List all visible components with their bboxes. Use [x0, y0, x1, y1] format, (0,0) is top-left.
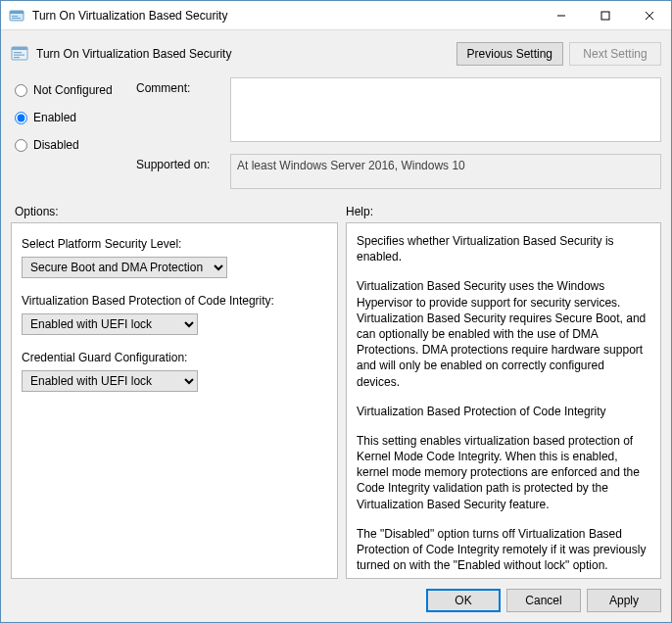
apply-button[interactable]: Apply — [587, 589, 661, 612]
radio-not-configured-label: Not Configured — [33, 83, 113, 97]
window-title: Turn On Virtualization Based Security — [32, 9, 539, 23]
radio-disabled[interactable]: Disabled — [15, 138, 130, 152]
svg-rect-5 — [601, 12, 609, 20]
close-button[interactable] — [627, 1, 671, 30]
radio-disabled-label: Disabled — [33, 138, 79, 152]
radio-disabled-input[interactable] — [15, 139, 27, 152]
help-panel[interactable]: Specifies whether Virtualization Based S… — [346, 222, 661, 579]
svg-rect-2 — [12, 16, 18, 17]
help-paragraph: Specifies whether Virtualization Based S… — [357, 233, 650, 264]
client-area: Turn On Virtualization Based Security Pr… — [1, 30, 671, 622]
platform-security-label: Select Platform Security Level: — [22, 237, 327, 251]
supported-on-text: At least Windows Server 2016, Windows 10 — [230, 154, 661, 189]
radio-enabled[interactable]: Enabled — [15, 111, 130, 124]
minimize-button[interactable] — [539, 1, 583, 30]
cancel-button[interactable]: Cancel — [506, 589, 581, 612]
options-panel: Select Platform Security Level: Secure B… — [11, 222, 338, 579]
ok-button[interactable]: OK — [426, 589, 501, 612]
policy-title: Turn On Virtualization Based Security — [36, 47, 451, 61]
credential-guard-label: Credential Guard Configuration: — [22, 351, 327, 364]
svg-rect-9 — [12, 47, 27, 50]
svg-rect-11 — [14, 55, 24, 56]
svg-rect-10 — [14, 52, 22, 53]
vbpci-select[interactable]: Enabled with UEFI lock — [22, 313, 198, 335]
radio-not-configured[interactable]: Not Configured — [15, 83, 130, 97]
help-paragraph: This setting enables virtualization base… — [357, 433, 650, 512]
svg-rect-3 — [12, 18, 21, 19]
radio-not-configured-input[interactable] — [15, 84, 27, 97]
next-setting-button: Next Setting — [569, 42, 661, 66]
credential-guard-select[interactable]: Enabled with UEFI lock — [22, 370, 198, 392]
comment-textarea[interactable] — [230, 77, 661, 142]
header-row: Turn On Virtualization Based Security Pr… — [1, 30, 671, 70]
svg-rect-12 — [14, 57, 20, 58]
help-paragraph: The "Disabled" option turns off Virtuali… — [357, 526, 650, 574]
options-section-label: Options: — [15, 205, 346, 218]
platform-security-select[interactable]: Secure Boot and DMA Protection — [22, 257, 227, 278]
help-section-label: Help: — [346, 205, 373, 218]
app-icon — [9, 8, 24, 24]
dialog-footer: OK Cancel Apply — [1, 579, 671, 622]
help-paragraph: Virtualization Based Protection of Code … — [357, 404, 650, 419]
comment-label: Comment: — [136, 77, 224, 95]
policy-icon — [11, 45, 28, 63]
maximize-button[interactable] — [583, 1, 627, 30]
vbpci-label: Virtualization Based Protection of Code … — [22, 294, 327, 308]
state-radio-group: Not Configured Enabled Disabled — [15, 77, 130, 166]
radio-enabled-label: Enabled — [33, 111, 76, 124]
titlebar: Turn On Virtualization Based Security — [1, 1, 671, 30]
supported-on-label: Supported on: — [136, 154, 224, 171]
help-paragraph: Virtualization Based Security uses the W… — [357, 278, 650, 389]
previous-setting-button[interactable]: Previous Setting — [456, 42, 563, 66]
radio-enabled-input[interactable] — [15, 112, 27, 124]
svg-rect-1 — [10, 11, 24, 14]
